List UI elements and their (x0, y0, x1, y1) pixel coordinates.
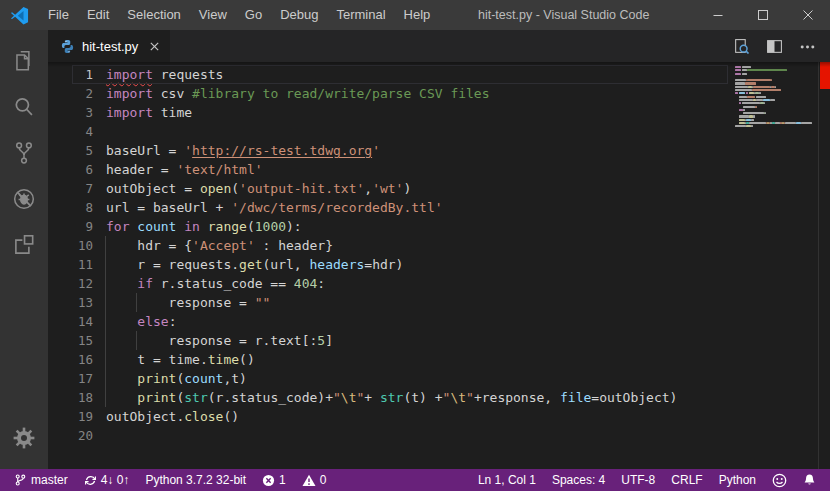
error-icon (262, 474, 275, 487)
activity-extensions-icon[interactable] (0, 222, 48, 268)
code-line[interactable]: 8url = baseUrl + '/dwc/terms/recordedBy.… (48, 198, 730, 217)
menu-go[interactable]: Go (236, 0, 271, 30)
close-icon[interactable] (149, 41, 160, 52)
code-line[interactable]: 2import csv #library to read/write/parse… (48, 84, 730, 103)
editor[interactable]: 1import requests2import csv #library to … (48, 62, 830, 469)
activity-search-icon[interactable] (0, 84, 48, 130)
indent-guide (105, 369, 106, 388)
activity-debug-icon[interactable] (0, 176, 48, 222)
menu-bar: FileEditSelectionViewGoDebugTerminalHelp (39, 0, 439, 30)
code-text: else: (106, 312, 176, 331)
code-line[interactable]: 7outObject = open('output-hit.txt','wt') (48, 179, 730, 198)
sync-status-label: 4↓ 0↑ (101, 473, 130, 487)
code-line[interactable]: 9for count in range(1000): (48, 217, 730, 236)
minimize-button[interactable] (695, 0, 740, 30)
code-line[interactable]: 16 t = time.time() (48, 350, 730, 369)
notifications-button[interactable] (795, 469, 824, 491)
window-title: hit-test.py - Visual Studio Code (478, 0, 649, 30)
code-text: outObject = open('output-hit.txt','wt') (106, 179, 411, 198)
debug-icon (11, 186, 37, 212)
activity-bar (0, 30, 48, 469)
language-mode-status-label: Python (719, 473, 756, 487)
code-text: outObject.close() (106, 407, 239, 426)
code-line[interactable]: 3import time (48, 103, 730, 122)
menu-file[interactable]: File (39, 0, 78, 30)
line-number: 12 (48, 274, 93, 293)
menu-selection[interactable]: Selection (118, 0, 189, 30)
line-number: 2 (48, 84, 93, 103)
activity-source-control-icon[interactable] (0, 130, 48, 176)
status-bar-left: master4↓ 0↑Python 3.7.2 32-bit10 (6, 469, 334, 491)
python-icon (60, 39, 75, 54)
menu-view[interactable]: View (190, 0, 236, 30)
overview-ruler-scrollbar[interactable] (818, 62, 830, 469)
code-line[interactable]: 17 print(count,t) (48, 369, 730, 388)
line-number: 7 (48, 179, 93, 198)
code-area[interactable]: 1import requests2import csv #library to … (48, 62, 730, 469)
indent-guide (105, 312, 106, 331)
code-line[interactable]: 4 (48, 122, 730, 141)
code-line[interactable]: 18 print(str(r.status_code)+"\t"+ str(t)… (48, 388, 730, 407)
code-text: response = r.text[:5] (106, 331, 333, 350)
code-line[interactable]: 14 else: (48, 312, 730, 331)
manage-button[interactable] (0, 415, 48, 461)
tab-hit-test-py[interactable]: hit-test.py (48, 30, 170, 62)
cursor-position-status-label: Ln 1, Col 1 (478, 473, 536, 487)
menu-edit[interactable]: Edit (78, 0, 118, 30)
code-line[interactable]: 19outObject.close() (48, 407, 730, 426)
split-editor-button[interactable] (766, 38, 783, 55)
code-line[interactable]: 11 r = requests.get(url, headers=hdr) (48, 255, 730, 274)
code-line[interactable]: 13 response = "" (48, 293, 730, 312)
maximize-button[interactable] (740, 0, 785, 30)
window-close-button[interactable] (785, 0, 830, 30)
more-actions-button[interactable] (799, 38, 816, 55)
code-text: r = requests.get(url, headers=hdr) (106, 255, 403, 274)
cursor-position-status[interactable]: Ln 1, Col 1 (470, 469, 544, 491)
python-interpreter-status-label: Python 3.7.2 32-bit (145, 473, 246, 487)
activity-explorer-icon[interactable] (0, 38, 48, 84)
git-branch-status[interactable]: master (6, 469, 76, 491)
activity-bar-items (0, 30, 48, 268)
more-actions-icon (799, 38, 816, 55)
code-text: t = time.time() (106, 350, 255, 369)
code-line[interactable]: 5baseUrl = 'http://rs-test.tdwg.org' (48, 141, 730, 160)
code-text: import requests (106, 65, 223, 84)
line-number: 19 (48, 407, 93, 426)
open-preview-button[interactable] (733, 38, 750, 55)
minimap[interactable] (730, 62, 818, 469)
source-control-icon (11, 140, 37, 166)
python-interpreter-status[interactable]: Python 3.7.2 32-bit (137, 469, 254, 491)
indentation-status[interactable]: Spaces: 4 (544, 469, 613, 491)
bell-icon (803, 473, 816, 487)
encoding-status[interactable]: UTF-8 (613, 469, 663, 491)
indent-guide (105, 350, 106, 369)
warnings-status[interactable]: 0 (294, 469, 335, 491)
indent-guide (105, 255, 106, 274)
editor-actions (733, 30, 830, 62)
line-number: 18 (48, 388, 93, 407)
sync-status[interactable]: 4↓ 0↑ (76, 469, 138, 491)
indent-guide (105, 293, 106, 312)
minimize-icon (710, 7, 726, 23)
window-controls (695, 0, 830, 30)
code-line[interactable]: 6header = 'text/html' (48, 160, 730, 179)
indentation-status-label: Spaces: 4 (552, 473, 605, 487)
menu-help[interactable]: Help (395, 0, 440, 30)
code-line[interactable]: 1import requests (48, 65, 730, 84)
code-line[interactable]: 10 hdr = {'Accept' : header} (48, 236, 730, 255)
menu-debug[interactable]: Debug (271, 0, 327, 30)
line-number: 3 (48, 103, 93, 122)
language-mode-status[interactable]: Python (711, 469, 764, 491)
code-text: print(count,t) (106, 369, 247, 388)
line-number: 17 (48, 369, 93, 388)
minimap-line (735, 129, 818, 132)
code-line[interactable]: 15 response = r.text[:5] (48, 331, 730, 350)
menu-terminal[interactable]: Terminal (327, 0, 394, 30)
code-line[interactable]: 20 (48, 426, 730, 445)
feedback-button[interactable] (764, 469, 795, 491)
code-line[interactable]: 12 if r.status_code == 404: (48, 274, 730, 293)
errors-status[interactable]: 1 (254, 469, 294, 491)
eol-status[interactable]: CRLF (663, 469, 710, 491)
line-number: 4 (48, 122, 93, 141)
code-text: print(str(r.status_code)+"\t"+ str(t) +"… (106, 388, 677, 407)
